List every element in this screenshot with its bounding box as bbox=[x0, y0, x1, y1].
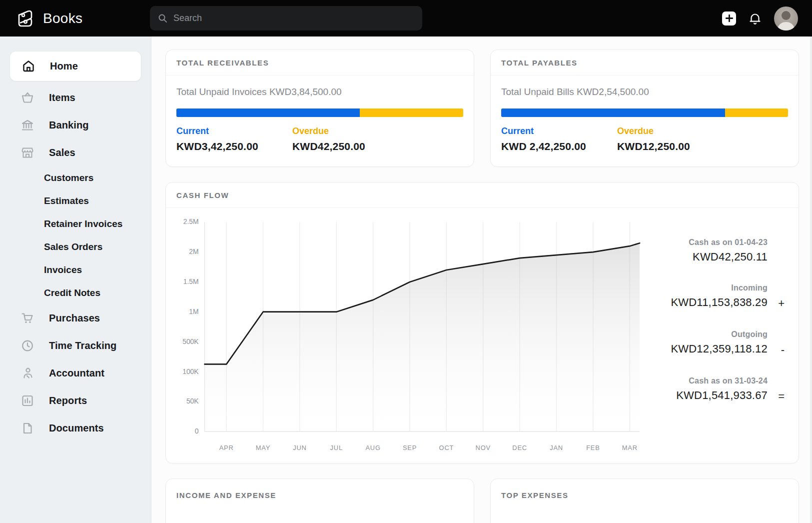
cash-summary-text: OutgoingKWD12,359,118.12 bbox=[671, 330, 768, 356]
sidebar-item-items[interactable]: Items bbox=[5, 84, 146, 112]
card-title: TOTAL PAYABLES bbox=[501, 58, 578, 67]
payables-current-segment bbox=[501, 108, 725, 117]
sidebar-item-label: Home bbox=[50, 60, 78, 72]
bar-chart-icon bbox=[21, 394, 34, 408]
sidebar-item-time-tracking[interactable]: Time Tracking bbox=[5, 332, 146, 360]
svg-text:MAR: MAR bbox=[622, 444, 638, 452]
svg-text:100K: 100K bbox=[182, 367, 199, 375]
brand[interactable]: Books bbox=[15, 8, 150, 28]
sidebar-item-label: Sales bbox=[49, 147, 75, 158]
cart-icon bbox=[21, 312, 34, 325]
overdue-label: Overdue bbox=[617, 126, 733, 136]
cash-summary-text: Cash as on 01-04-23KWD42,250.11 bbox=[689, 238, 768, 264]
card-title: CASH FLOW bbox=[176, 191, 229, 200]
cash-summary-operator: - bbox=[768, 330, 785, 356]
receivables-stats: Current KWD3,42,250.00 Overdue KWD42,250… bbox=[176, 126, 463, 152]
plus-button[interactable] bbox=[722, 12, 736, 26]
sidebar: HomeItemsBankingSalesCustomersEstimatesR… bbox=[0, 36, 151, 523]
search-box[interactable] bbox=[150, 6, 422, 30]
basket-icon bbox=[21, 91, 34, 104]
app-title: Books bbox=[43, 10, 82, 26]
cash-summary-row: Cash as on 01-04-23KWD42,250.11 bbox=[646, 238, 785, 264]
svg-text:MAY: MAY bbox=[256, 444, 270, 452]
card-body bbox=[166, 508, 474, 523]
card-header: TOTAL RECEIVABLES bbox=[166, 50, 474, 76]
svg-text:AUG: AUG bbox=[365, 444, 380, 452]
cash-summary-value: KWD1,541,933.67 bbox=[676, 389, 768, 402]
cash-flow-summary-panel: Cash as on 01-04-23KWD42,250.11IncomingK… bbox=[646, 218, 789, 459]
sidebar-item-label: Items bbox=[49, 92, 75, 104]
sidebar-nav-list: HomeItemsBankingSalesCustomersEstimatesR… bbox=[0, 52, 151, 442]
unpaid-invoices-total: Total Unpaid Invoices KWD3,84,500.00 bbox=[176, 86, 463, 98]
books-logo-icon bbox=[15, 8, 35, 28]
topbar: Books bbox=[0, 0, 812, 36]
svg-text:500K: 500K bbox=[182, 337, 199, 345]
svg-text:FEB: FEB bbox=[586, 444, 600, 452]
sidebar-subitem-sales-orders[interactable]: Sales Orders bbox=[0, 236, 151, 258]
cash-flow-line-chart: 2.5M2M1.5M1M500K100K50K0APRMAYJUNJULAUGS… bbox=[175, 218, 646, 459]
document-icon bbox=[21, 422, 34, 435]
total-payables-card: TOTAL PAYABLES Total Unpaid Bills KWD2,5… bbox=[490, 50, 799, 167]
topbar-actions bbox=[722, 6, 798, 30]
sidebar-item-accountant[interactable]: Accountant bbox=[5, 360, 146, 387]
sidebar-item-reports[interactable]: Reports bbox=[5, 387, 146, 414]
cash-summary-row: OutgoingKWD12,359,118.12- bbox=[646, 330, 785, 356]
scrollbar-track[interactable] bbox=[810, 36, 812, 523]
sidebar-item-home[interactable]: Home bbox=[10, 52, 141, 81]
overdue-value: KWD12,250.00 bbox=[617, 140, 733, 152]
card-title: TOP EXPENSES bbox=[501, 491, 569, 500]
bell-icon[interactable] bbox=[749, 12, 761, 25]
cash-summary-label: Cash as on 31-03-24 bbox=[676, 376, 768, 386]
sidebar-item-label: Time Tracking bbox=[49, 340, 116, 352]
store-icon bbox=[21, 146, 34, 160]
cash-summary-value: KWD12,359,118.12 bbox=[671, 342, 768, 356]
payables-progress-bar bbox=[501, 108, 788, 117]
sidebar-subitem-label: Invoices bbox=[44, 264, 82, 276]
card-title: TOTAL RECEIVABLES bbox=[176, 58, 269, 67]
cash-summary-operator: = bbox=[768, 376, 785, 403]
card-header: TOP EXPENSES bbox=[491, 479, 799, 508]
unpaid-bills-total: Total Unpaid Bills KWD2,54,500.00 bbox=[501, 86, 788, 98]
svg-text:JUL: JUL bbox=[330, 444, 343, 452]
search-input[interactable] bbox=[173, 13, 414, 24]
cash-summary-operator bbox=[768, 238, 785, 252]
card-body: Total Unpaid Invoices KWD3,84,500.00 Cur… bbox=[166, 76, 474, 166]
sidebar-item-banking[interactable]: Banking bbox=[5, 112, 146, 139]
sidebar-subitem-retainer-invoices[interactable]: Retainer Invoices bbox=[0, 212, 151, 236]
cash-flow-body: 2.5M2M1.5M1M500K100K50K0APRMAYJUNJULAUGS… bbox=[166, 208, 799, 463]
sidebar-subitem-credit-notes[interactable]: Credit Notes bbox=[0, 282, 151, 304]
svg-text:0: 0 bbox=[195, 427, 199, 435]
search-icon bbox=[158, 14, 167, 23]
sidebar-item-purchases[interactable]: Purchases bbox=[5, 304, 146, 332]
overdue-stat: Overdue KWD12,250.00 bbox=[617, 126, 733, 152]
overdue-stat: Overdue KWD42,250.00 bbox=[292, 126, 408, 152]
cash-summary-operator: + bbox=[768, 284, 785, 310]
sidebar-subitem-label: Customers bbox=[44, 172, 93, 184]
svg-text:2.5M: 2.5M bbox=[183, 218, 199, 226]
total-receivables-card: TOTAL RECEIVABLES Total Unpaid Invoices … bbox=[165, 50, 474, 167]
sidebar-subitem-label: Retainer Invoices bbox=[44, 218, 122, 230]
sidebar-subitem-estimates[interactable]: Estimates bbox=[0, 190, 151, 212]
current-label: Current bbox=[501, 126, 617, 136]
cash-flow-chart: 2.5M2M1.5M1M500K100K50K0APRMAYJUNJULAUGS… bbox=[175, 218, 646, 459]
card-body: Total Unpaid Bills KWD2,54,500.00 Curren… bbox=[491, 76, 799, 166]
sidebar-subitem-customers[interactable]: Customers bbox=[0, 166, 151, 190]
sidebar-item-documents[interactable]: Documents bbox=[5, 414, 146, 442]
person-icon bbox=[21, 366, 34, 380]
card-title: INCOME AND EXPENSE bbox=[176, 491, 276, 500]
svg-text:OCT: OCT bbox=[439, 444, 454, 452]
svg-text:JAN: JAN bbox=[550, 444, 563, 452]
sidebar-subitem-invoices[interactable]: Invoices bbox=[0, 258, 151, 282]
bottom-cards-row: INCOME AND EXPENSE TOP EXPENSES bbox=[165, 478, 799, 523]
sidebar-item-sales[interactable]: Sales bbox=[5, 139, 146, 166]
svg-text:NOV: NOV bbox=[476, 444, 491, 452]
current-label: Current bbox=[176, 126, 292, 136]
summary-cards-row: TOTAL RECEIVABLES Total Unpaid Invoices … bbox=[165, 50, 799, 167]
top-expenses-card: TOP EXPENSES bbox=[490, 478, 799, 523]
svg-text:2M: 2M bbox=[189, 248, 198, 256]
avatar[interactable] bbox=[774, 6, 798, 30]
income-and-expense-card: INCOME AND EXPENSE bbox=[165, 478, 474, 523]
svg-text:SEP: SEP bbox=[403, 444, 417, 452]
svg-text:1M: 1M bbox=[189, 308, 198, 316]
receivables-progress-bar bbox=[176, 108, 463, 117]
